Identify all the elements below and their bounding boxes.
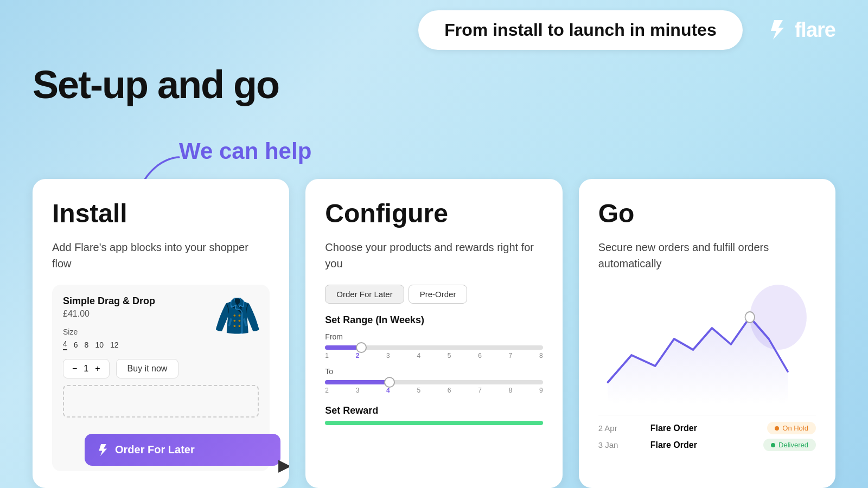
set-reward-label: Set Reward — [325, 405, 542, 416]
qty-decrease[interactable]: − — [72, 364, 77, 374]
configure-desc: Choose your products and rewards right f… — [325, 239, 542, 272]
product-emoji: 🧥 — [214, 293, 261, 338]
qty-value: 1 — [84, 364, 88, 374]
order-rows: 2 Apr Flare Order On Hold 3 Jan Flare Or… — [598, 415, 816, 451]
size-6[interactable]: 6 — [74, 341, 78, 349]
configure-inner: Order For Later Pre-Order Set Range (In … — [325, 285, 542, 425]
qty-row: − 1 + Buy it now — [63, 359, 259, 378]
status-text-2: Delivered — [778, 441, 808, 449]
size-12[interactable]: 12 — [110, 341, 119, 349]
main-heading: Set-up and go — [33, 62, 279, 107]
go-card: Go Secure new orders and fulfill orders … — [579, 179, 835, 488]
svg-marker-1 — [608, 317, 788, 404]
configure-title: Configure — [325, 198, 542, 228]
to-slider-nums: 23456789 — [325, 387, 542, 394]
cards-container: Install Add Flare's app blocks into your… — [33, 179, 835, 488]
qty-increase[interactable]: + — [95, 364, 100, 374]
flare-logo-icon — [770, 20, 789, 40]
to-slider[interactable]: 23456789 — [325, 380, 542, 394]
from-label: From — [325, 332, 542, 341]
to-label: To — [325, 367, 542, 376]
configure-card: Configure Choose your products and rewar… — [305, 179, 562, 488]
we-can-help-text: We can help — [179, 138, 311, 164]
dot-orange — [775, 426, 779, 431]
tab-row: Order For Later Pre-Order — [325, 285, 542, 304]
top-bar: From install to launch in minutes flare — [0, 0, 868, 60]
size-8[interactable]: 8 — [85, 341, 89, 349]
go-desc: Secure new orders and fulfill orders aut… — [598, 239, 816, 272]
status-badge-delivered: Delivered — [763, 439, 816, 451]
headline-pill: From install to launch in minutes — [418, 10, 742, 50]
from-slider-nums: 12345678 — [325, 352, 542, 359]
install-title: Install — [52, 198, 270, 228]
reward-bar — [325, 421, 542, 425]
svg-point-2 — [745, 312, 754, 323]
dashed-drop-zone — [63, 385, 259, 418]
cursor-icon: ▶ — [278, 457, 289, 474]
range-title: Set Range (In Weeks) — [325, 314, 542, 326]
size-10[interactable]: 10 — [95, 341, 104, 349]
order-name-2: Flare Order — [650, 440, 755, 450]
go-chart — [598, 285, 816, 404]
status-badge-on-hold: On Hold — [767, 422, 816, 434]
size-options: 4 6 8 10 12 — [63, 339, 259, 350]
order-date-1: 2 Apr — [598, 423, 642, 433]
size-4[interactable]: 4 — [63, 339, 67, 350]
logo-area: flare — [743, 18, 835, 42]
order-date-2: 3 Jan — [598, 440, 642, 450]
table-row: 3 Jan Flare Order Delivered — [598, 439, 816, 451]
from-slider[interactable]: 12345678 — [325, 345, 542, 359]
go-title: Go — [598, 198, 816, 228]
table-row: 2 Apr Flare Order On Hold — [598, 422, 816, 434]
install-card: Install Add Flare's app blocks into your… — [33, 179, 289, 488]
tab-order-for-later[interactable]: Order For Later — [325, 285, 404, 304]
tab-pre-order[interactable]: Pre-Order — [409, 285, 468, 304]
dot-green — [771, 443, 775, 447]
logo-text: flare — [795, 18, 835, 42]
status-text-1: On Hold — [782, 424, 808, 432]
order-later-button[interactable]: Order For Later ▶ — [85, 434, 280, 466]
order-later-label: Order For Later — [115, 444, 195, 456]
qty-control[interactable]: − 1 + — [63, 359, 110, 378]
install-inner: Simple Drag & Drop £41.00 🧥 Size 4 6 8 1… — [52, 285, 270, 471]
buy-button[interactable]: Buy it now — [116, 359, 179, 378]
install-desc: Add Flare's app blocks into your shopper… — [52, 239, 270, 272]
order-name-1: Flare Order — [650, 423, 759, 433]
